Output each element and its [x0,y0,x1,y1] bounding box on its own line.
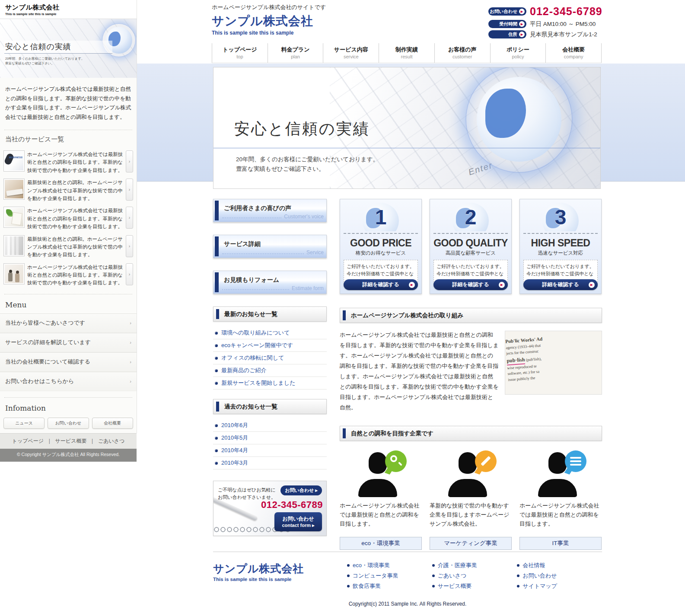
service-item-text: 最新技術と自然との調和。ホームページサンプル株式会社では革新的な技術で世の中を動… [25,235,126,259]
customer-voice-banner[interactable]: ご利用者さまの喜びの声 Customer's voice [213,199,327,222]
sidebar-services-heading: 当社のサービス一覧 [4,130,132,147]
detail-button[interactable]: 詳細を確認する▶ [523,279,598,290]
site-logo-subtitle: This is sample site this is sample [212,30,313,36]
chevron-right-icon: › [130,340,131,345]
bullet-icon [432,575,435,577]
eco-business-button[interactable]: eco・環境事業 [340,537,422,550]
contact-box-phone: 012-345-6789 [261,499,323,511]
footer-column-2: 介護・医療事業 ごあいさつ サービス概要 [432,562,517,593]
detail-button[interactable]: 詳細を確認する▶ [433,279,508,290]
card-subtitle: 迅速なサービス対応 [523,250,599,256]
phone-number: 012-345-6789 [530,5,602,18]
nav-item-result[interactable]: 制作実績result [379,43,434,63]
footer-link[interactable]: 飲食店事業 [347,582,432,590]
chat-badge-icon [565,450,586,472]
site-logo-title: サンプル株式会社 [212,13,313,29]
sidebar-service-item[interactable]: 最新技術と自然との調和。ホームページサンプル株式会社では革新的な技術で世の中を動… [3,235,133,259]
detail-button[interactable]: 詳細を確認する▶ [344,279,418,290]
company-button[interactable]: 会社概要 [92,418,133,429]
chevron-right-icon[interactable]: › [126,150,133,172]
article-header: ホームページサンプル株式会社の取り組み [340,308,602,323]
footer-logo[interactable]: サンプル株式会社 This is sample site this is sam… [213,562,347,593]
nav-item-service[interactable]: サービス内容service [323,43,379,63]
hours-pill[interactable]: 受付時間▶ [488,20,526,28]
it-business-button[interactable]: IT事業 [519,537,602,550]
contact-pill-button[interactable]: お問い合わせ▸ [280,485,322,495]
sidebar-menu-item-contact[interactable]: お問い合わせはこちらから› [0,372,137,391]
footer-link[interactable]: ごあいさつ [432,572,517,580]
sidebar-menu-item-greeting[interactable]: 当社から皆様へごあいさつです› [0,313,137,333]
archive-link[interactable]: 2010年4月 [213,444,327,457]
nav-item-plan[interactable]: 料金プランplan [268,43,323,63]
latest-news-header: 最新のお知らせ一覧 [213,306,327,322]
chevron-right-icon[interactable]: › [126,263,133,285]
service-item-text: ホームページサンプル株式会社では最新技術と自然との調和を目指します。革新的な技術… [25,150,126,174]
contact-pill[interactable]: お問い合わせ▶ [488,7,526,16]
news-link[interactable]: 環境への取り組みについて [213,327,327,339]
harmony-header: 自然との調和を目指す企業です [340,426,602,441]
sidebar-footer-link-top[interactable]: トップページ [12,438,44,444]
estimate-form-banner[interactable]: お見積もりフォーム Estimate form [213,271,327,294]
nav-item-top[interactable]: トップページtop [212,43,268,63]
sidebar-footer-link-service[interactable]: サービス概要 [55,438,87,444]
nav-item-policy[interactable]: ポリシーpolicy [490,43,546,63]
sidebar-logo[interactable]: サンプル株式会社 This is sample site this is sam… [0,0,137,19]
chevron-right-icon[interactable]: › [126,207,133,229]
archive-link[interactable]: 2010年3月 [213,457,327,469]
sidebar-service-item[interactable]: 最新技術と自然との調和。ホームページサンプル株式会社では革新的な技術で世の中を動… [3,179,133,202]
footer-link[interactable]: サービス概要 [432,582,517,590]
contact-button[interactable]: お問い合わせ [48,418,89,429]
archive-link[interactable]: 2010年6月 [213,419,327,432]
harmony-text: ホームページサンプル株式会社では最新技術と自然との調和を目指します。 [340,501,422,537]
sidebar-service-item[interactable]: ホームページサンプル株式会社では最新技術と自然との調和を目指します。革新的な技術… [3,263,133,287]
address-pill[interactable]: 住所▶ [488,30,526,38]
main-footer: サンプル株式会社 This is sample site this is sam… [213,552,602,593]
card-good-price: 1 GOOD PRICE 格安のお得なサービス ご好評をいただいております。今だ… [340,199,422,294]
bullet-icon [215,462,218,465]
site-logo[interactable]: サンプル株式会社 This is sample site this is sam… [212,13,313,36]
globe-number-image: 2 [452,203,490,231]
sidebar-service-item[interactable]: BUSINESS ホームページサンプル株式会社では最新技術と自然との調和を目指し… [3,150,133,174]
footer-link[interactable]: コンピュータ事業 [347,572,432,580]
marketing-business-button[interactable]: マーケティング事業 [430,537,512,550]
contact-phone-row: お問い合わせ▶ 012-345-6789 [488,5,601,18]
footer-link[interactable]: 会社情報 [517,562,602,569]
sidebar-service-item[interactable]: ホームページサンプル株式会社では最新技術と自然との調和を目指します。革新的な技術… [3,207,133,230]
play-arrow-icon: ▶ [499,282,505,288]
sidebar-menu-heading: Menu [4,294,132,313]
service-thumbnail-people [3,263,25,284]
footer-column-1: eco・環境事業 コンピュータ事業 飲食店事業 [347,562,432,593]
header-accent-bar [343,428,346,438]
person-silhouette-icon [535,452,586,497]
article-body: ホームページサンプル株式会社では最新技術と自然との調和を目指します。革新的な技術… [340,328,499,413]
service-detail-banner[interactable]: サービス詳細 Service [213,235,327,258]
play-arrow-icon: ▶ [519,32,525,37]
footer-link[interactable]: お問い合わせ [517,572,602,580]
sidebar-menu-item-company[interactable]: 当社の会社概要について確認する› [0,352,137,372]
service-thumbnail-desk-plant [3,207,25,228]
sidebar-footer-link-greeting[interactable]: ごあいさつ [98,438,124,444]
sidebar-menu-item-service-detail[interactable]: サービスの詳細を解説しています› [0,333,137,352]
news-link[interactable]: 最新商品のご紹介 [213,364,327,377]
news-link[interactable]: オフィスの移転に関して [213,352,327,364]
footer-link[interactable]: eco・環境事業 [347,562,432,569]
news-link[interactable]: ecoキャンペーン開催中です [213,339,327,352]
contact-box: ご不明な点はぜひお気軽に お問い合わせ下さいませ。 お問い合わせ▸ 012-34… [213,481,327,536]
footer-link[interactable]: 介護・医療事業 [432,562,517,569]
chevron-right-icon[interactable]: › [126,179,133,201]
contact-form-button[interactable]: お問い合わせ contact form ▸ [274,512,322,531]
harmony-text: ホームページサンプル株式会社では最新技術と自然との調和を目指します。 [519,501,602,537]
news-button[interactable]: ニュース [3,418,45,429]
bullet-icon [432,585,435,587]
chevron-right-icon[interactable]: › [126,235,133,257]
sidebar-hero-image: 安心と信頼の実績 20年間、多くのお客様にご愛顧いただいております。 豊富な実績… [0,19,137,78]
bullet-icon [215,424,218,427]
nav-item-customer[interactable]: お客様の声customer [434,43,490,63]
dictionary-photo: Pub'lic Works' Ad agency (1933–44) that … [505,331,602,395]
footer-link[interactable]: サイトマップ [517,582,602,590]
harmony-col-eco: ホームページサンプル株式会社では最新技術と自然との調和を目指します。 eco・環… [340,446,422,550]
news-link[interactable]: 新規サービスを開始しました [213,377,327,389]
nav-item-company[interactable]: 会社概要company [545,43,602,63]
archive-link[interactable]: 2010年5月 [213,432,327,444]
chevron-right-icon: › [130,379,131,384]
